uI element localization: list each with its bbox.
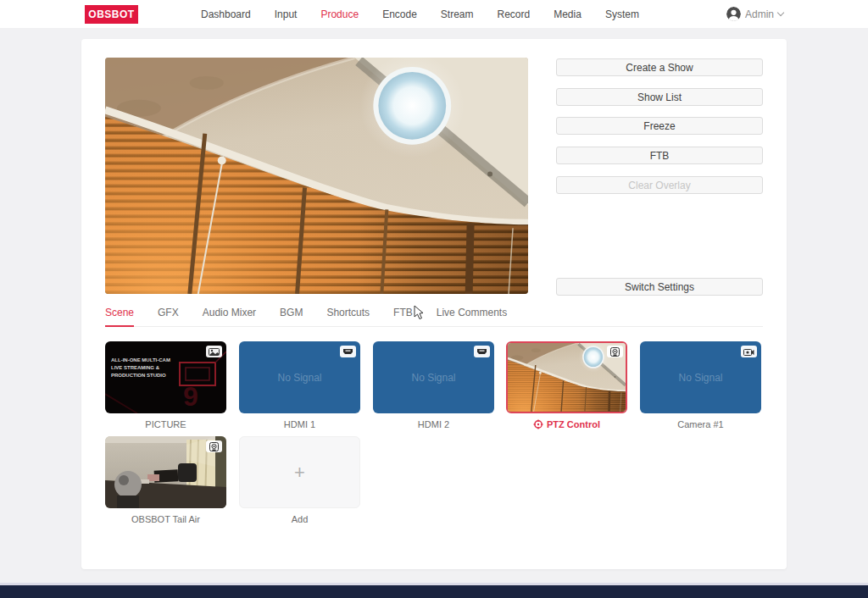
tile-label-camera1: Camera #1 [640,419,761,429]
nav-item-input[interactable]: Input [275,8,298,20]
ftb-button[interactable]: FTB [556,147,763,164]
tile-label-picture: PICTURE [105,419,226,429]
scene-cell-tailair: OBSBOT Tail Air [105,436,226,524]
tile-label-hdmi1: HDMI 1 [239,419,360,429]
scene-cell-ptz: PTZ Control [506,341,627,429]
nav-item-media[interactable]: Media [554,8,581,20]
switch-settings-button[interactable]: Switch Settings [556,278,763,296]
tile-label-add: Add [239,514,360,524]
scene-cell-add: + Add [239,436,360,524]
clear-overlay-button: Clear Overlay [556,176,763,194]
obsbot-logo[interactable]: OBSBOT [85,5,138,24]
scene-tile-hdmi2[interactable]: No Signal [373,341,494,413]
tile-label-hdmi2: HDMI 2 [373,419,494,429]
ptz-control-label: PTZ Control [547,419,600,429]
scene-tile-tailair[interactable] [105,436,226,508]
create-show-button[interactable]: Create a Show [556,58,763,76]
program-video [105,58,528,294]
user-menu[interactable]: Admin [726,0,783,28]
nav-item-encode[interactable]: Encode [382,8,417,20]
freeze-button[interactable]: Freeze [556,117,763,135]
chevron-down-icon [777,8,784,15]
nav-item-system[interactable]: System [605,8,639,20]
scene-cell-hdmi2: No Signal HDMI 2 [373,341,494,429]
scene-tile-picture[interactable]: 9 ALL-IN-ONE MULTI-CAM LIVE STREAMING & … [105,341,226,413]
footer-bar [0,585,868,598]
svg-text:ALL-IN-ONE MULTI-CAM: ALL-IN-ONE MULTI-CAM [111,357,170,363]
scene-cell-picture: 9 ALL-IN-ONE MULTI-CAM LIVE STREAMING & … [105,341,226,429]
image-icon [206,346,222,357]
tab-gfx[interactable]: GFX [158,307,179,326]
hdmi-icon [340,346,356,357]
nav-item-dashboard[interactable]: Dashboard [201,8,251,20]
nav-item-stream[interactable]: Stream [441,8,474,20]
tab-audio-mixer[interactable]: Audio Mixer [203,307,256,326]
show-list-button[interactable]: Show List [556,88,763,106]
tile-label-tailair: OBSBOT Tail Air [105,514,226,524]
scene-cell-hdmi1: No Signal HDMI 1 [239,341,360,429]
app-header: OBSBOT Dashboard Input Produce Encode St… [0,0,868,28]
no-signal-text: No Signal [277,372,321,384]
no-signal-text: No Signal [411,372,455,384]
tab-shortcuts[interactable]: Shortcuts [326,307,370,326]
nav-item-record[interactable]: Record [498,8,531,20]
plus-icon: + [294,462,305,484]
tab-live-comments[interactable]: Live Comments [437,307,507,326]
scene-tile-camera1[interactable]: No Signal [640,341,761,413]
ptz-control-button[interactable]: PTZ Control [506,419,627,429]
ptz-target-icon [533,419,543,429]
main-nav: Dashboard Input Produce Encode Stream Re… [201,0,639,28]
svg-text:LIVE STREAMING &: LIVE STREAMING & [111,365,160,370]
nav-item-produce[interactable]: Produce [320,8,359,20]
no-signal-text: No Signal [678,372,722,384]
obsbot-produce-page: OBSBOT Dashboard Input Produce Encode St… [0,0,868,598]
hdmi-icon [474,346,490,357]
add-scene-button[interactable]: + [239,436,360,508]
program-preview [105,58,528,294]
scene-tile-ptz-control[interactable] [506,341,627,413]
tab-bgm[interactable]: BGM [280,307,303,326]
tab-ftb[interactable]: FTB [393,307,413,326]
avatar-icon [726,7,741,21]
user-name: Admin [745,8,774,20]
scene-cell-camera1: No Signal Camera #1 [640,341,761,429]
camera-icon [741,346,757,357]
svg-text:9: 9 [183,381,198,412]
mouse-cursor [414,305,426,320]
scene-tile-hdmi1[interactable]: No Signal [239,341,360,413]
tab-scene[interactable]: Scene [105,307,134,327]
ptz-camera-icon [206,440,222,452]
produce-tabs: Scene GFX Audio Mixer BGM Shortcuts FTB … [105,307,763,327]
ptz-camera-icon [607,346,623,357]
svg-text:PRODUCTION STUDIO: PRODUCTION STUDIO [111,373,166,378]
